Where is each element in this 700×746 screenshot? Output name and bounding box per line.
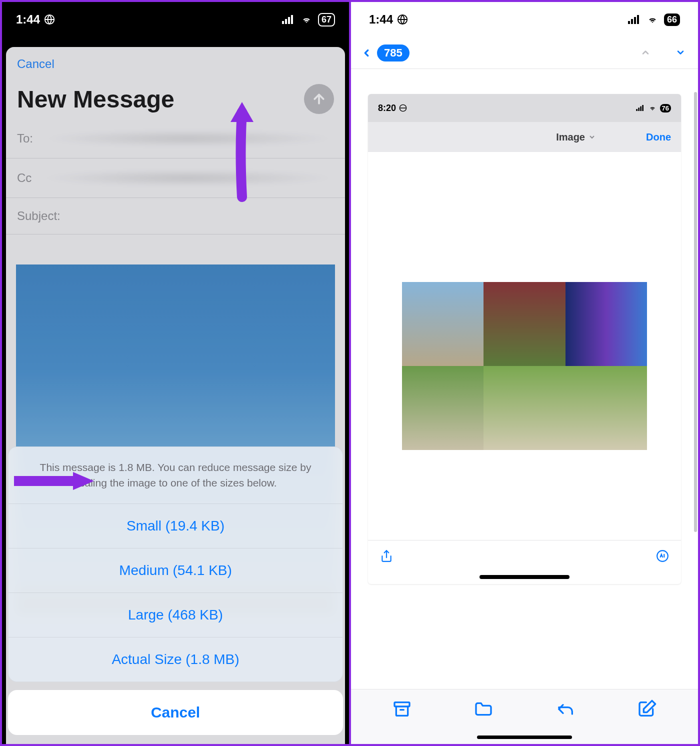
left-screenshot: 1:44 67 Cancel New Message To: bbox=[2, 2, 351, 744]
next-message-button[interactable] bbox=[673, 45, 688, 61]
archive-button[interactable] bbox=[392, 699, 412, 721]
sheet-cancel-button[interactable]: Cancel bbox=[8, 690, 343, 735]
cc-label: Cc bbox=[17, 171, 32, 185]
status-bar: 1:44 66 bbox=[351, 2, 698, 37]
compose-button[interactable] bbox=[637, 699, 657, 721]
inner-toolbar bbox=[368, 540, 681, 575]
sheet-message: This message is 1.8 MB. You can reduce m… bbox=[8, 447, 342, 504]
globe-icon bbox=[397, 14, 408, 25]
chevron-up-icon bbox=[638, 48, 653, 58]
svg-rect-11 bbox=[631, 19, 633, 24]
inner-title: Image bbox=[556, 132, 585, 143]
svg-rect-4 bbox=[291, 15, 293, 24]
inner-battery: 76 bbox=[660, 104, 671, 112]
subject-field[interactable]: Subject: bbox=[6, 198, 345, 234]
status-bar: 1:44 67 bbox=[2, 2, 349, 37]
send-button[interactable] bbox=[304, 84, 334, 114]
move-button[interactable] bbox=[474, 699, 494, 721]
wifi-icon bbox=[646, 14, 659, 24]
inner-done-button[interactable]: Done bbox=[646, 132, 671, 143]
cc-field[interactable]: Cc bbox=[6, 158, 345, 198]
mail-content[interactable]: 8:20 76 Image Done bbox=[351, 69, 698, 584]
inner-time: 8:20 bbox=[378, 103, 396, 114]
home-indicator bbox=[477, 736, 572, 739]
size-option-small[interactable]: Small (19.4 KB) bbox=[8, 504, 342, 548]
wifi-icon bbox=[648, 104, 657, 112]
folder-icon bbox=[474, 699, 494, 719]
size-option-medium[interactable]: Medium (54.1 KB) bbox=[8, 548, 342, 593]
svg-rect-10 bbox=[628, 21, 630, 24]
cellular-icon bbox=[628, 15, 641, 24]
reply-button[interactable] bbox=[556, 699, 576, 721]
to-field[interactable]: To: bbox=[6, 119, 345, 158]
image-collage bbox=[402, 282, 647, 450]
inner-status-bar: 8:20 76 bbox=[368, 94, 681, 122]
compose-icon bbox=[637, 699, 657, 719]
svg-rect-18 bbox=[642, 105, 644, 111]
subject-label: Subject: bbox=[17, 209, 60, 223]
inner-nav-bar: Image Done bbox=[368, 122, 681, 152]
cellular-icon bbox=[636, 105, 645, 111]
inner-home-indicator bbox=[480, 575, 570, 579]
battery-indicator: 66 bbox=[664, 14, 680, 26]
status-time: 1:44 bbox=[16, 12, 40, 26]
share-icon[interactable] bbox=[380, 548, 393, 567]
to-label: To: bbox=[17, 132, 33, 146]
status-time: 1:44 bbox=[369, 12, 393, 26]
cc-value-redacted bbox=[42, 170, 334, 186]
svg-rect-13 bbox=[637, 15, 639, 24]
right-screenshot: 1:44 66 785 bbox=[351, 2, 698, 744]
back-button[interactable]: 785 bbox=[361, 44, 410, 62]
globe-icon bbox=[44, 14, 55, 25]
svg-rect-16 bbox=[638, 108, 640, 111]
markup-icon[interactable] bbox=[656, 550, 669, 566]
size-action-sheet: This message is 1.8 MB. You can reduce m… bbox=[8, 446, 343, 735]
size-option-large[interactable]: Large (468 KB) bbox=[8, 593, 342, 638]
wifi-icon bbox=[300, 14, 313, 24]
chevron-left-icon bbox=[361, 46, 372, 60]
globe-icon bbox=[399, 104, 407, 112]
nav-bar: 785 bbox=[351, 37, 698, 69]
embedded-screenshot: 8:20 76 Image Done bbox=[368, 94, 681, 584]
svg-rect-21 bbox=[394, 702, 410, 706]
compose-cancel-button[interactable]: Cancel bbox=[17, 57, 334, 71]
battery-indicator: 67 bbox=[318, 13, 335, 26]
chevron-down-icon bbox=[673, 48, 688, 58]
inbox-count-badge: 785 bbox=[377, 44, 410, 62]
scroll-indicator bbox=[694, 92, 697, 532]
svg-rect-3 bbox=[288, 17, 290, 24]
svg-rect-17 bbox=[640, 106, 642, 111]
to-value-redacted bbox=[43, 130, 334, 147]
archive-icon bbox=[392, 699, 412, 719]
prev-message-button[interactable] bbox=[638, 45, 653, 61]
size-option-actual[interactable]: Actual Size (1.8 MB) bbox=[8, 638, 342, 682]
svg-rect-12 bbox=[634, 17, 636, 24]
reply-icon bbox=[556, 699, 576, 719]
svg-rect-15 bbox=[636, 109, 638, 111]
arrow-up-icon bbox=[312, 92, 326, 106]
cellular-icon bbox=[282, 15, 295, 24]
svg-rect-2 bbox=[285, 19, 287, 24]
svg-rect-1 bbox=[282, 21, 284, 24]
chevron-down-icon bbox=[588, 133, 596, 141]
compose-title: New Message bbox=[17, 86, 174, 113]
